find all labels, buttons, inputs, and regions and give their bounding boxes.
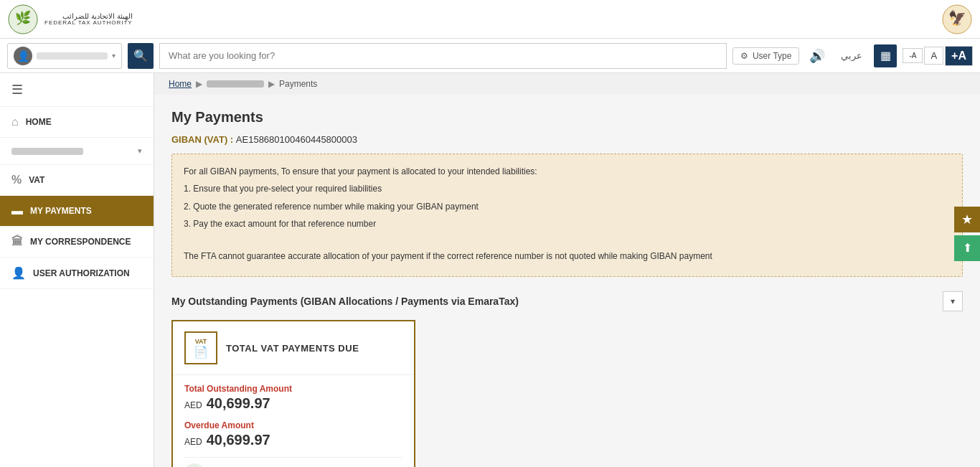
chevron-down-icon: ▾ [112,52,116,60]
overdue-label: Overdue Amount [184,420,402,430]
user-dropdown[interactable]: 👤 ▾ [7,43,122,69]
user-type-button[interactable]: ⚙ User Type [732,47,799,65]
sidebar-item-home[interactable]: ⌂ HOME [0,107,154,138]
submenu-label-blur [11,148,83,155]
overdue-amount-row: AED 40,699.97 [184,432,402,448]
giban-key: GIBAN (VAT) [171,134,227,145]
vat-doc-icon: 📄 [194,345,208,359]
arrow-up-icon: ⬆ [963,241,972,255]
logo-text: الهيئة الاتحادية للضرائب FEDERAL TAX AUT… [44,12,133,27]
logo-english-text: FEDERAL TAX AUTHORITY [44,20,133,27]
search-icon-button[interactable]: 🔍 [128,43,154,69]
info-line-4: 3. Pay the exact amount for that referen… [184,217,951,231]
view-toggle-button[interactable]: ▦ [874,44,897,67]
chevron-down-icon: ▾ [138,146,142,156]
header-right: 🦅 [941,4,973,35]
payment-card-title: TOTAL VAT PAYMENTS DUE [226,343,359,354]
info-box: For all GIBAN payments, To ensure that y… [171,154,963,277]
font-normal-button[interactable]: A [924,47,943,65]
overdue-amount-value: 40,699.97 [207,432,270,448]
sidebar-item-correspondence-label: MY CORRESPONDENCE [30,237,131,247]
svg-text:🌿: 🌿 [15,10,32,26]
payment-card-body: Total Outstanding Amount AED 40,699.97 O… [173,375,414,467]
overdue-currency: AED [184,437,202,447]
total-amount-row: AED 40,699.97 [184,395,402,412]
vat-icon: % [11,174,22,187]
page-title: My Payments [171,109,963,126]
scroll-top-button[interactable]: ⬆ [954,235,980,261]
uae-emblem-icon: 🦅 [941,4,973,35]
breadcrumb-middle [207,80,264,88]
user-type-label: User Type [753,51,791,61]
sidebar-item-submenu[interactable]: ▾ [0,138,154,165]
search-input[interactable] [159,43,727,69]
total-currency: AED [184,400,202,410]
transaction-icon: ↕ [184,463,204,467]
sidebar-item-home-label: HOME [26,117,52,127]
svg-text:🦅: 🦅 [948,9,966,27]
sidebar-item-vat-label: VAT [29,175,44,185]
giban-label-row: GIBAN (VAT) : AE158680100460445800003 [171,134,963,145]
font-increase-button[interactable]: +A [945,46,973,66]
breadcrumb-sep-2: ▶ [268,79,275,89]
sidebar-item-payments-label: MY PAYMENTS [30,206,92,216]
info-line-1: For all GIBAN payments, To ensure that y… [184,164,951,179]
outstanding-section-title: My Outstanding Payments (GIBAN Allocatio… [171,296,519,307]
sidebar-item-user-authorization[interactable]: 👤 USER AUTHORIZATION [0,258,154,289]
correspondence-icon: 🏛 [11,235,23,248]
giban-value: AE158680100460445800003 [236,134,357,145]
breadcrumb-current: Payments [279,79,317,89]
total-amount-value: 40,699.97 [207,395,270,412]
logo-arabic-text: الهيئة الاتحادية للضرائب [44,12,133,20]
logo: 🌿 الهيئة الاتحادية للضرائب FEDERAL TAX A… [7,4,158,35]
speaker-button[interactable]: 🔊 [805,45,829,67]
user-auth-icon: 👤 [11,266,26,280]
gear-icon: ⚙ [740,51,748,61]
font-decrease-button[interactable]: -A [903,48,923,63]
main-area: Home ▶ ▶ Payments My Payments GIBAN (VAT… [154,73,980,467]
sidebar-item-my-payments[interactable]: ▬ MY PAYMENTS [0,196,154,227]
giban-colon: : [230,134,233,145]
breadcrumb-home[interactable]: Home [169,79,192,89]
navbar: 👤 ▾ 🔍 ⚙ User Type 🔊 عربي ▦ -A A +A [0,39,980,73]
sidebar-menu-icon[interactable]: ☰ [0,73,154,107]
home-icon: ⌂ [11,115,19,128]
user-name-blur [37,52,108,60]
font-size-controls: -A A +A [903,46,973,66]
vat-icon-label: VAT [195,338,207,345]
info-line-3: 2. Quote the generated reference number … [184,199,951,214]
info-line-2: 1. Ensure that you pre-select your requi… [184,181,951,196]
collapse-button[interactable]: ▾ [943,291,963,311]
sidebar-item-user-auth-label: USER AUTHORIZATION [33,268,130,278]
chevron-down-icon: ▾ [951,296,955,306]
total-outstanding-label: Total Outstanding Amount [184,384,402,394]
outstanding-section-header: My Outstanding Payments (GIBAN Allocatio… [171,291,963,311]
grid-icon: ▦ [880,49,891,62]
layout: ☰ ⌂ HOME ▾ % VAT ▬ MY PAYMENTS 🏛 MY CORR… [0,73,980,467]
favorite-button[interactable]: ★ [954,207,980,232]
header: 🌿 الهيئة الاتحادية للضرائب FEDERAL TAX A… [0,0,980,39]
payment-card: VAT 📄 TOTAL VAT PAYMENTS DUE Total Outst… [171,320,415,467]
breadcrumb: Home ▶ ▶ Payments [154,73,980,95]
float-buttons: ★ ⬆ [954,207,980,261]
arabic-language-button[interactable]: عربي [835,47,868,64]
main-content: My Payments GIBAN (VAT) : AE158680100460… [154,95,980,467]
vat-card-icon: VAT 📄 [184,331,217,364]
sidebar-item-vat[interactable]: % VAT [0,165,154,196]
breadcrumb-sep-1: ▶ [196,79,202,89]
avatar: 👤 [14,47,32,65]
speaker-icon: 🔊 [809,48,825,64]
sidebar: ☰ ⌂ HOME ▾ % VAT ▬ MY PAYMENTS 🏛 MY CORR… [0,73,154,467]
sidebar-item-my-correspondence[interactable]: 🏛 MY CORRESPONDENCE [0,227,154,258]
payment-card-header: VAT 📄 TOTAL VAT PAYMENTS DUE [173,321,414,375]
transaction-history-row[interactable]: ↕ Transaction History [184,457,402,467]
info-line-5: The FTA cannot guarantee accurate alloca… [184,249,951,263]
star-icon: ★ [961,212,973,227]
logo-emblem-icon: 🌿 [7,4,39,35]
payments-icon: ▬ [11,204,23,217]
